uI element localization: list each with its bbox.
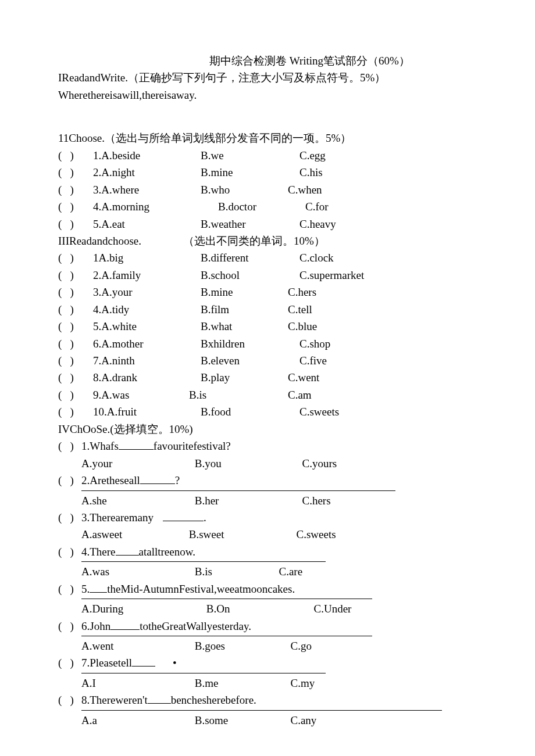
- paren[interactable]: ( ): [58, 267, 93, 284]
- paren[interactable]: ( ): [58, 216, 93, 232]
- paren[interactable]: ( ): [58, 318, 93, 335]
- s4-q7-stem: ( ) 7.Pleasetell •: [58, 654, 477, 671]
- stem-post: ?: [175, 472, 180, 489]
- opt-c: C.are: [279, 563, 303, 580]
- q-num-a: 1A.big: [93, 249, 201, 266]
- stem-post: theMid-AutumnFestival,weeatmooncakes.: [107, 581, 295, 597]
- paren[interactable]: ( ): [58, 386, 93, 403]
- paren[interactable]: ( ): [58, 164, 93, 181]
- blank[interactable]: [163, 510, 204, 521]
- s3-heading-left: IIIReadandchoose.: [58, 232, 183, 249]
- paren[interactable]: ( ): [58, 352, 93, 369]
- paren[interactable]: ( ): [58, 654, 81, 671]
- blank[interactable]: [90, 581, 107, 593]
- s3-q5: ( ) 5.A.white B.what C.blue: [58, 318, 477, 335]
- divider: [81, 673, 326, 673]
- s4-q8-stem: ( ) 8.Thereweren't bencheshere​before.: [58, 691, 477, 708]
- s4-q5-opts: A.During B.On C.Under: [58, 600, 477, 617]
- s3-q8: ( ) 8.A.drank B.play C.went: [58, 369, 477, 386]
- q-num-a: 1.A.beside: [93, 147, 201, 164]
- s4-q6-opts: A.went B.goes C.go: [58, 637, 477, 654]
- s3-heading-right: （选出不同类的单词。10%）: [183, 232, 325, 249]
- opt-b: B.food: [201, 403, 299, 420]
- s2-q5: ( ) 5.A.eat B.weather C.heavy: [58, 216, 477, 232]
- paren[interactable]: ( ): [58, 198, 93, 215]
- blank[interactable]: [132, 655, 155, 667]
- opt-c: C.for: [305, 198, 329, 215]
- section1-heading: IReadandWrite.（正确抄写下列句子，注意大小写及标点符号。5%）: [58, 69, 477, 86]
- paren[interactable]: ( ): [58, 618, 81, 635]
- q-num-a: 10.A.fruit: [93, 403, 201, 420]
- s4-q2-opts: A.she B.her C.hers: [58, 492, 477, 509]
- blank[interactable]: [140, 472, 175, 484]
- opt-b: B.play: [201, 369, 299, 386]
- s4-q5-stem: ( ) 5. theMid-AutumnFestival,weeatmoonca…: [58, 581, 477, 597]
- divider: [81, 599, 372, 599]
- q-num-a: 5.A.eat: [93, 216, 201, 232]
- paren[interactable]: ( ): [58, 284, 93, 300]
- paren[interactable]: ( ): [58, 691, 81, 708]
- opt-a: A.During: [81, 600, 204, 617]
- divider: [81, 636, 372, 636]
- opt-c: C.sweets: [297, 526, 336, 543]
- opt-c: C.shop: [299, 335, 330, 352]
- opt-c: C.five: [299, 352, 327, 369]
- q-num-a: 8.A.drank: [93, 369, 201, 386]
- opt-a: A.your: [81, 455, 192, 472]
- opt-c: C.clock: [299, 249, 334, 266]
- s4-q3-opts: A.asweet B.sweet C.sweets: [58, 526, 477, 543]
- blank[interactable]: [110, 618, 140, 630]
- opt-b: B.mine: [201, 164, 299, 181]
- divider: [81, 561, 326, 562]
- paren[interactable]: ( ): [58, 335, 93, 352]
- paren[interactable]: ( ): [58, 369, 93, 386]
- opt-c: C.when: [288, 181, 322, 198]
- paren[interactable]: ( ): [58, 509, 81, 526]
- opt-c: C.his: [299, 164, 323, 181]
- s3-q7: ( ) 7.A.ninth B.eleven C.five: [58, 352, 477, 369]
- spacer: [58, 103, 477, 130]
- opt-a: A.a: [81, 712, 192, 729]
- paren[interactable]: ( ): [58, 301, 93, 318]
- opt-a: A.went: [81, 637, 192, 654]
- page-title: 期中综合检测卷 Writing笔试部分（60%）: [58, 52, 477, 69]
- opt-b: B.some: [195, 712, 288, 729]
- s4-q4-stem: ( ) 4.There atalltreenow.: [58, 543, 477, 560]
- stem-post: bencheshere​before.: [171, 691, 256, 708]
- q-num-a: 4.A.morning: [93, 198, 201, 215]
- q-num-a: 4.A.tidy: [93, 301, 201, 318]
- q-num-a: 7.A.ninth: [93, 352, 201, 369]
- opt-a: A.was: [81, 563, 192, 580]
- s2-q3: ( ) 3.A.where B.who C.when: [58, 181, 477, 198]
- blank[interactable]: [119, 438, 154, 450]
- q-num-a: 6.A.mother: [93, 335, 201, 352]
- s2-q4: ( ) 4.A.morning B.doctor C.for: [58, 198, 477, 215]
- stem-pre: 3.Therearemany: [81, 509, 154, 526]
- section3-heading: IIIReadandchoose. （选出不同类的单词。10%）: [58, 232, 477, 249]
- paren[interactable]: ( ): [58, 581, 81, 597]
- bullet-dot: •: [173, 654, 177, 671]
- paren[interactable]: ( ): [58, 147, 93, 164]
- opt-c: C.am: [288, 386, 312, 403]
- stem-pre: 4.There: [81, 543, 116, 560]
- blank[interactable]: [116, 544, 139, 556]
- opt-c: C.Under: [314, 600, 352, 617]
- paren[interactable]: ( ): [58, 181, 93, 198]
- opt-c: C.my: [291, 675, 315, 691]
- s3-q1: ( ) 1A.big B.different C.clock: [58, 249, 477, 266]
- paren[interactable]: ( ): [58, 438, 81, 454]
- divider: [81, 710, 442, 711]
- paren[interactable]: ( ): [58, 403, 93, 420]
- paren[interactable]: ( ): [58, 249, 93, 266]
- opt-b: B.her: [195, 492, 299, 509]
- opt-b: B.film: [201, 301, 299, 318]
- paren[interactable]: ( ): [58, 543, 81, 560]
- q-num-a: 9.A.was: [93, 386, 201, 403]
- s4-q3-stem: ( ) 3.Therearemany .: [58, 509, 477, 526]
- opt-a: A.she: [81, 492, 192, 509]
- paren[interactable]: ( ): [58, 472, 81, 489]
- s4-q4-opts: A.was B.is C.are: [58, 563, 477, 580]
- opt-b: B.eleven: [201, 352, 299, 369]
- opt-c: C.yours: [302, 455, 337, 472]
- blank[interactable]: [148, 692, 171, 704]
